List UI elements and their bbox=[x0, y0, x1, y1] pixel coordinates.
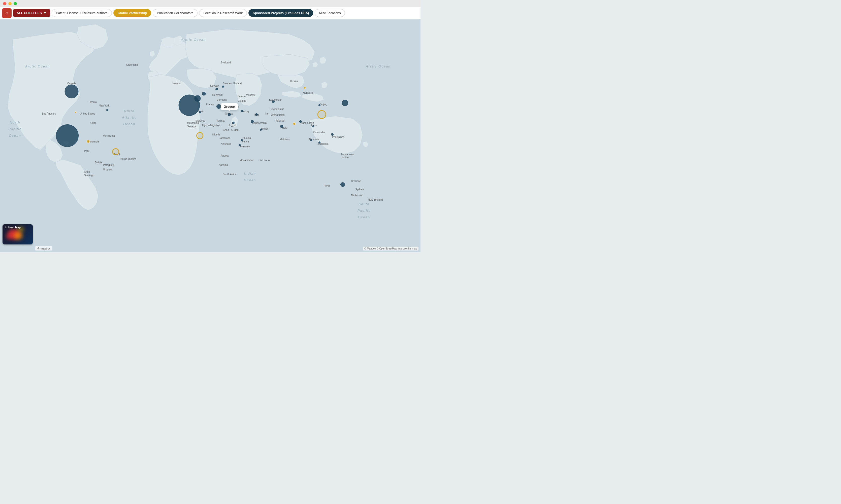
bubble-canada-west[interactable] bbox=[65, 84, 78, 98]
mapbox-logo: ⊙ mapbox bbox=[35, 246, 52, 251]
bubble-indonesia[interactable] bbox=[318, 142, 320, 144]
bubble-east-africa1[interactable] bbox=[241, 139, 243, 141]
bubble-sweden[interactable] bbox=[222, 86, 224, 88]
minimize-button[interactable] bbox=[8, 2, 12, 5]
tab-publication-collaborators[interactable]: Publication Collaborators bbox=[153, 9, 198, 17]
home-icon: ⌂ bbox=[5, 10, 8, 16]
college-label: ALL COLLEGES bbox=[17, 11, 42, 15]
bubble-philippines[interactable] bbox=[331, 133, 334, 136]
bubble-gabon-gold-outline[interactable] bbox=[196, 132, 203, 139]
bubble-greece[interactable] bbox=[228, 113, 231, 116]
mapbox-text: mapbox bbox=[40, 247, 50, 250]
bubble-kazakhstan[interactable] bbox=[272, 101, 275, 103]
bubble-uk[interactable] bbox=[202, 92, 206, 96]
mapbox-attr: © Mapbox bbox=[364, 247, 376, 250]
greece-popup-text: Greece bbox=[224, 105, 235, 108]
bubble-egypt[interactable] bbox=[232, 122, 234, 124]
bubble-laos[interactable] bbox=[312, 125, 314, 127]
bubble-spain[interactable] bbox=[199, 111, 201, 113]
bubble-bangladesh[interactable] bbox=[299, 120, 302, 123]
bubble-usa-east[interactable] bbox=[106, 109, 108, 111]
tab-sponsored-projects[interactable]: Sponsored Projects (Excludes USA) bbox=[248, 9, 313, 17]
greece-popup: Greece bbox=[221, 103, 238, 110]
college-chevron-icon: ▼ bbox=[43, 11, 47, 15]
bubble-yemen[interactable] bbox=[260, 129, 262, 131]
tab-patent[interactable]: Patent, License, Disclosure authors bbox=[52, 9, 112, 17]
bubble-usa-gold[interactable] bbox=[74, 111, 76, 113]
tab-misc-locations[interactable]: Misc Locations bbox=[315, 9, 345, 17]
heatmap-label: 🌡 Heat Map bbox=[4, 226, 21, 229]
heatmap-icon: 🌡 bbox=[4, 226, 7, 229]
heatmap-thumbnail[interactable]: 🌡 Heat Map bbox=[2, 224, 33, 245]
improve-map[interactable]: Improve this map bbox=[398, 247, 417, 250]
bubble-australia[interactable] bbox=[340, 182, 345, 187]
osm-attr: © OpenStreetMap bbox=[376, 247, 397, 250]
close-button[interactable] bbox=[3, 2, 6, 5]
map-container[interactable]: Arctic Ocean Arctic Ocean Arctic Ocean N… bbox=[0, 19, 421, 252]
bubble-turkey[interactable] bbox=[241, 110, 243, 112]
bubble-colombia-gold[interactable] bbox=[86, 140, 90, 143]
bubble-india[interactable] bbox=[280, 125, 283, 128]
tab-global-partnership[interactable]: Global Partnership bbox=[113, 9, 151, 17]
navbar: ⌂ ALL COLLEGES ▼ Patent, License, Disclo… bbox=[0, 7, 421, 19]
titlebar bbox=[0, 0, 421, 7]
bubble-europe-small2[interactable] bbox=[216, 104, 221, 109]
bubble-brazil-gold-outline[interactable] bbox=[112, 148, 119, 155]
bubble-malaysia[interactable] bbox=[310, 139, 312, 141]
bubble-japan[interactable] bbox=[341, 100, 348, 106]
bubble-russia-gold[interactable] bbox=[303, 87, 306, 89]
bubble-china-gold-outline[interactable] bbox=[317, 110, 326, 119]
maximize-button[interactable] bbox=[14, 2, 17, 5]
college-dropdown-button[interactable]: ALL COLLEGES ▼ bbox=[13, 9, 50, 17]
bubble-norway[interactable] bbox=[215, 88, 218, 90]
bubble-saudi[interactable] bbox=[251, 120, 254, 123]
attribution: © Mapbox © OpenStreetMap Improve this ma… bbox=[363, 247, 419, 251]
tab-location-research[interactable]: Location in Research Work bbox=[199, 9, 247, 17]
bubble-iraq[interactable] bbox=[255, 113, 258, 116]
bubble-east-africa2[interactable] bbox=[239, 144, 241, 146]
bubble-europe-small1[interactable] bbox=[194, 95, 201, 102]
bubble-china1[interactable] bbox=[318, 104, 320, 106]
home-button[interactable]: ⌂ bbox=[2, 8, 12, 18]
bubble-india-gold[interactable] bbox=[293, 122, 296, 125]
bubble-usa-large[interactable] bbox=[56, 124, 78, 147]
